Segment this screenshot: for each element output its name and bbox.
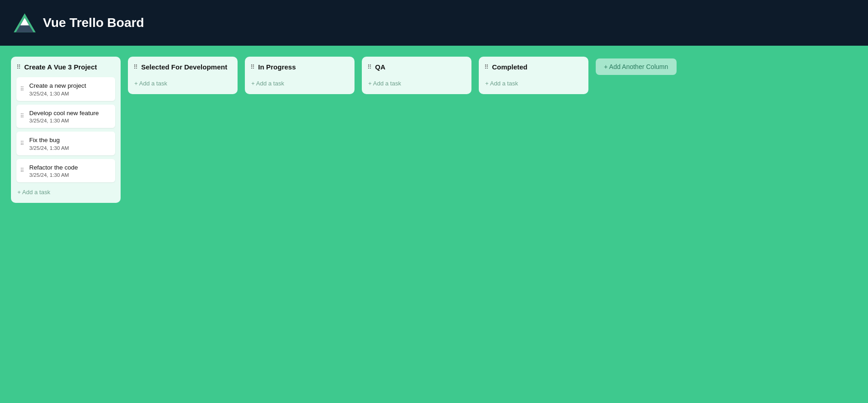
column-title-col-5: Completed (492, 63, 528, 71)
column-header-col-2: ⠿Selected For Development (133, 63, 232, 74)
column-header-col-3: ⠿In Progress (250, 63, 349, 74)
column-col-3: ⠿In Progress+ Add a task (245, 57, 355, 94)
task-drag-handle[interactable]: ⠿ (20, 140, 24, 147)
column-title-col-3: In Progress (258, 63, 296, 71)
kanban-board: ⠿Create A Vue 3 Project⠿Create a new pro… (0, 46, 868, 403)
task-card-task-2[interactable]: ⠿Develop cool new feature3/25/24, 1:30 A… (16, 105, 115, 128)
task-date: 3/25/24, 1:30 AM (29, 172, 111, 178)
column-drag-handle[interactable]: ⠿ (367, 64, 372, 70)
column-header-col-5: ⠿Completed (484, 63, 583, 74)
task-date: 3/25/24, 1:30 AM (29, 145, 111, 151)
task-title: Create a new project (29, 82, 111, 90)
column-header-col-1: ⠿Create A Vue 3 Project (16, 63, 115, 74)
column-col-1: ⠿Create A Vue 3 Project⠿Create a new pro… (11, 57, 121, 203)
add-task-btn-col-5[interactable]: + Add a task (484, 78, 583, 89)
column-drag-handle[interactable]: ⠿ (250, 64, 255, 70)
task-date: 3/25/24, 1:30 AM (29, 91, 111, 96)
column-col-2: ⠿Selected For Development+ Add a task (128, 57, 238, 94)
add-column-button[interactable]: + Add Another Column (596, 58, 677, 75)
column-title-col-4: QA (375, 63, 386, 71)
task-card-task-1[interactable]: ⠿Create a new project3/25/24, 1:30 AM (16, 77, 115, 101)
column-drag-handle[interactable]: ⠿ (16, 64, 21, 70)
task-title: Refactor the code (29, 164, 111, 172)
task-drag-handle[interactable]: ⠿ (20, 86, 24, 92)
task-drag-handle[interactable]: ⠿ (20, 113, 24, 119)
task-title: Fix the bug (29, 136, 111, 144)
column-col-4: ⠿QA+ Add a task (362, 57, 471, 94)
task-drag-handle[interactable]: ⠿ (20, 167, 24, 174)
add-task-btn-col-3[interactable]: + Add a task (250, 78, 349, 89)
column-col-5: ⠿Completed+ Add a task (479, 57, 588, 94)
column-header-col-4: ⠿QA (367, 63, 466, 74)
vue-logo-icon (14, 12, 36, 34)
task-title: Develop cool new feature (29, 109, 111, 117)
task-card-task-3[interactable]: ⠿Fix the bug3/25/24, 1:30 AM (16, 132, 115, 155)
add-task-btn-col-4[interactable]: + Add a task (367, 78, 466, 89)
column-drag-handle[interactable]: ⠿ (133, 64, 138, 70)
column-title-col-1: Create A Vue 3 Project (24, 63, 97, 71)
task-card-task-4[interactable]: ⠿Refactor the code3/25/24, 1:30 AM (16, 159, 115, 183)
add-task-btn-col-1[interactable]: + Add a task (16, 187, 115, 197)
task-date: 3/25/24, 1:30 AM (29, 118, 111, 123)
column-title-col-2: Selected For Development (141, 63, 227, 71)
app-title: Vue Trello Board (43, 16, 144, 30)
app-header: Vue Trello Board (0, 0, 868, 46)
column-drag-handle[interactable]: ⠿ (484, 64, 489, 70)
add-task-btn-col-2[interactable]: + Add a task (133, 78, 232, 89)
